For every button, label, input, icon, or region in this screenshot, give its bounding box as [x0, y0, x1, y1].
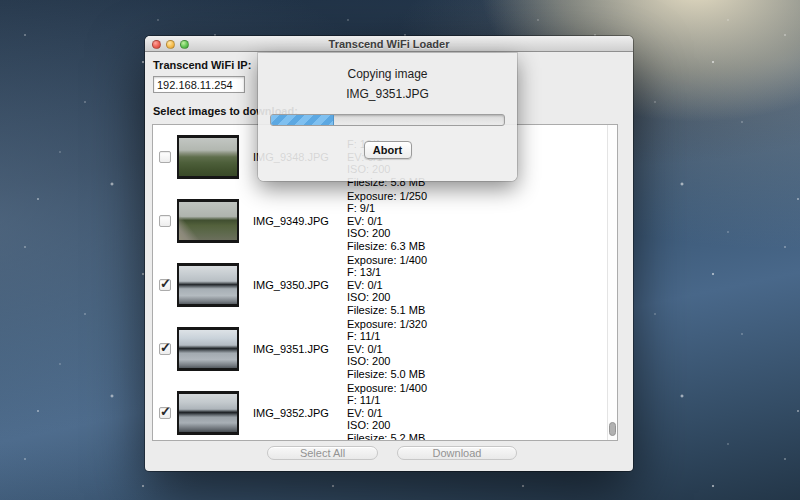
image-thumbnail: [177, 199, 239, 243]
traffic-lights: [152, 40, 189, 49]
ip-input[interactable]: [153, 76, 245, 93]
scrollbar-thumb[interactable]: [609, 422, 616, 436]
close-button[interactable]: [152, 40, 161, 49]
titlebar[interactable]: Transcend WiFi Loader: [145, 36, 633, 52]
list-item: IMG_9349.JPG Exposure: 1/250 F: 9/1 EV: …: [153, 189, 617, 253]
dialog-title: Copying image: [258, 67, 517, 81]
image-exif: Exposure: 1/320 F: 11/1 EV: 0/1 ISO: 200…: [347, 318, 427, 380]
image-checkbox[interactable]: [159, 343, 171, 355]
copy-progress-dialog: Copying image IMG_9351.JPG Abort: [258, 53, 517, 181]
zoom-button[interactable]: [180, 40, 189, 49]
image-filename: IMG_9351.JPG: [253, 343, 347, 355]
image-exif: Exposure: 1/250 F: 9/1 EV: 0/1 ISO: 200 …: [347, 190, 427, 252]
ip-label: Transcend WiFi IP:: [153, 59, 251, 71]
image-exif: Exposure: 1/400 F: 13/1 EV: 0/1 ISO: 200…: [347, 254, 427, 316]
image-exif: Exposure: 1/400 F: 11/1 EV: 0/1 ISO: 200…: [347, 382, 427, 441]
list-item: IMG_9350.JPG Exposure: 1/400 F: 13/1 EV:…: [153, 253, 617, 317]
dialog-filename: IMG_9351.JPG: [258, 87, 517, 101]
select-all-button[interactable]: Select All: [267, 446, 378, 460]
image-checkbox[interactable]: [159, 151, 171, 163]
image-checkbox[interactable]: [159, 407, 171, 419]
image-thumbnail: [177, 327, 239, 371]
app-window: Transcend WiFi Loader Transcend WiFi IP:…: [145, 36, 633, 471]
image-thumbnail: [177, 391, 239, 435]
progress-bar-fill: [271, 115, 334, 125]
scrollbar-track[interactable]: [607, 125, 617, 440]
window-title: Transcend WiFi Loader: [145, 36, 633, 52]
minimize-button[interactable]: [166, 40, 175, 49]
download-button[interactable]: Download: [397, 446, 517, 460]
list-item: IMG_9352.JPG Exposure: 1/400 F: 11/1 EV:…: [153, 381, 617, 441]
image-thumbnail: [177, 135, 239, 179]
image-checkbox[interactable]: [159, 215, 171, 227]
image-filename: IMG_9349.JPG: [253, 215, 347, 227]
image-thumbnail: [177, 263, 239, 307]
image-filename: IMG_9350.JPG: [253, 279, 347, 291]
image-filename: IMG_9352.JPG: [253, 407, 347, 419]
list-item: IMG_9351.JPG Exposure: 1/320 F: 11/1 EV:…: [153, 317, 617, 381]
abort-button[interactable]: Abort: [364, 141, 412, 159]
progress-bar: [270, 114, 505, 126]
image-checkbox[interactable]: [159, 279, 171, 291]
